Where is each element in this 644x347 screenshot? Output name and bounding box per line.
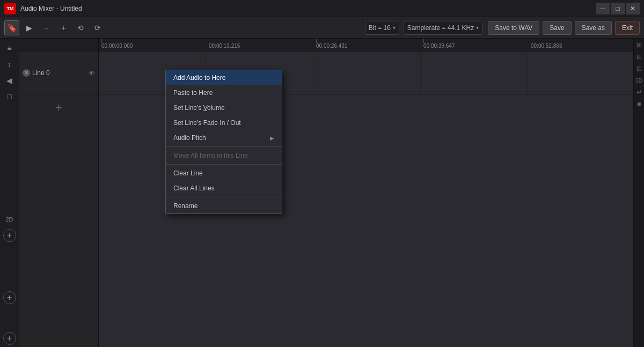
ctx-clear-all-lines[interactable]: Clear All Lines <box>166 181 282 196</box>
label-2d: 2D <box>3 215 15 224</box>
far-right-icon-square[interactable]: ■ <box>635 100 643 108</box>
sidebar-icon-layers[interactable]: ≡ <box>2 41 17 56</box>
add-item-button-2[interactable]: + <box>3 291 16 304</box>
undo-button[interactable]: ⟲ <box>73 20 88 35</box>
bit-dropdown-arrow: ▾ <box>393 25 396 31</box>
bit-label: Bit = 16 <box>369 24 391 32</box>
sidebar-icon-pointer[interactable]: ↕ <box>2 57 17 72</box>
track-close-button[interactable]: ✕ <box>23 69 30 77</box>
bit-selector[interactable]: Bit = 16 ▾ <box>365 21 399 35</box>
window-controls: ─ □ ✕ <box>596 3 640 14</box>
far-right-icon-grid[interactable]: ⊞ <box>635 41 643 49</box>
sidebar-icon-box[interactable]: □ <box>2 89 17 104</box>
samplerate-label: Samplerate = 44.1 KHz <box>407 24 474 32</box>
ctx-arrow-pitch: ▶ <box>270 135 274 141</box>
far-right-icon-return[interactable]: ↵ <box>635 88 643 97</box>
samplerate-dropdown-arrow: ▾ <box>476 25 479 31</box>
redo-button[interactable]: ⟳ <box>90 20 105 35</box>
save-button[interactable]: Save <box>543 21 571 35</box>
left-sidebar: ≡ ↕ ◀ □ 2D + + + <box>0 39 19 347</box>
far-right-icon-split[interactable]: ⊟ <box>635 53 643 61</box>
track-header-row-0: ✕ Line 0 👁 <box>19 51 98 94</box>
ruler-mark-0: 00:00:00.000 <box>100 39 133 51</box>
ruler-mark-2: 00:00:26.431 <box>314 39 347 51</box>
ctx-rename[interactable]: Rename <box>166 198 282 213</box>
sidebar-icon-back[interactable]: ◀ <box>2 73 17 88</box>
ruler-mark-1: 00:00:13.215 <box>207 39 240 51</box>
play-button[interactable]: ▶ <box>21 20 36 35</box>
main-layout: ≡ ↕ ◀ □ 2D + + + ✕ Line 0 👁 + <box>0 39 644 347</box>
title-bar: TM Audio Mixer - Untitled ─ □ ✕ <box>0 0 644 17</box>
ctx-paste[interactable]: Paste to Here <box>166 85 282 100</box>
timeline-ruler: 00:00:00.000 00:00:13.215 00:00:26.431 0… <box>99 39 633 51</box>
ctx-move-all[interactable]: Move All Items in this Line <box>166 148 282 163</box>
decrease-button[interactable]: − <box>39 20 54 35</box>
ctx-audio-pitch[interactable]: Audio Pitch ▶ <box>166 130 282 145</box>
exit-button[interactable]: Exit <box>615 21 640 35</box>
minimize-button[interactable]: ─ <box>596 3 610 14</box>
add-item-button-3[interactable]: + <box>3 332 16 345</box>
maximize-button[interactable]: □ <box>611 3 625 14</box>
ctx-fade-in-out[interactable]: Set Line's Fade In / Out <box>166 115 282 130</box>
far-right-icon-3d[interactable]: 3D <box>635 76 643 85</box>
track-name-label: Line 0 <box>32 69 85 77</box>
ctx-add-audio[interactable]: Add Audio to Here <box>166 70 282 85</box>
close-button[interactable]: ✕ <box>626 3 640 14</box>
file-name: Untitled <box>60 5 82 12</box>
ctx-set-volume[interactable]: Set Line's Volume <box>166 100 282 115</box>
track-header-spacer <box>19 39 98 51</box>
track-visibility-toggle[interactable]: 👁 <box>87 69 95 77</box>
far-right-panel: ⊞ ⊟ ⊡ 3D ↵ ■ <box>633 39 644 347</box>
title-text: Audio Mixer - Untitled <box>20 5 596 12</box>
add-track-button[interactable]: + <box>19 94 98 121</box>
ctx-separator-3 <box>166 197 282 197</box>
add-item-button-1[interactable]: + <box>3 229 16 242</box>
ctx-separator-1 <box>166 146 282 147</box>
ctx-separator-2 <box>166 164 282 165</box>
app-logo: TM <box>4 3 16 14</box>
save-as-button[interactable]: Save as <box>575 21 612 35</box>
ctx-clear-line[interactable]: Clear Line <box>166 166 282 181</box>
track-container: ✕ Line 0 👁 + 00:00:00.000 00:00:13.215 <box>19 39 644 347</box>
save-to-wav-button[interactable]: Save to WAV <box>488 21 539 35</box>
far-right-icon-quad[interactable]: ⊡ <box>635 64 643 73</box>
ruler-mark-3: 00:00:39.647 <box>422 39 455 51</box>
track-headers: ✕ Line 0 👁 + <box>19 39 99 347</box>
context-menu: Add Audio to Here Paste to Here Set Line… <box>165 70 282 214</box>
samplerate-selector[interactable]: Samplerate = 44.1 KHz ▾ <box>404 21 482 35</box>
ruler-mark-4: 00:00:52.863 <box>529 39 562 51</box>
bookmark-tool-button[interactable]: 🔖 <box>4 20 19 35</box>
toolbar: 🔖 ▶ − + ⟲ ⟳ Bit = 16 ▾ Samplerate = 44.1… <box>0 17 644 39</box>
increase-button[interactable]: + <box>56 20 71 35</box>
